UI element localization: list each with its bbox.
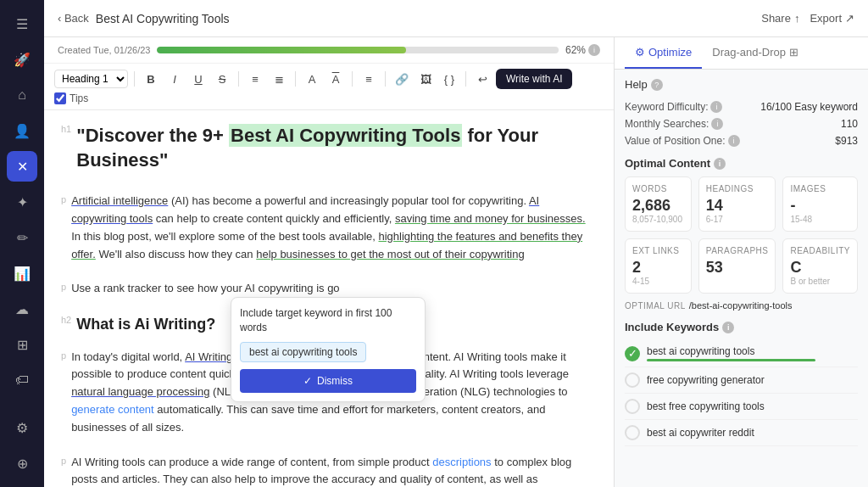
descriptions-link[interactable]: descriptions — [432, 456, 491, 468]
optimal-grid: WORDS 2,686 8,057-10,900 HEADINGS 14 6-1… — [625, 176, 858, 294]
export-icon: ↗ — [845, 12, 854, 25]
progress-info-icon[interactable]: i — [588, 44, 600, 56]
sidebar-icon-plus[interactable]: ⊕ — [7, 448, 37, 479]
keyword-text-2: best free copywriting tools — [647, 400, 765, 412]
sidebar-icon-settings[interactable]: ⚙ — [7, 412, 37, 443]
sidebar: ☰ 🚀 ⌂ 👤 ✕ ✦ ✏ 📊 ☁ ⊞ 🏷 ⚙ ⊕ — [0, 0, 44, 487]
topbar: ‹ Back Best AI Copywriting Tools Share ↑… — [44, 0, 868, 37]
keyword-item-0: ✓ best ai copywriting tools — [625, 340, 858, 367]
sidebar-icon-star[interactable]: ✦ — [7, 187, 37, 217]
saving-link: saving time and money for businesses. — [395, 212, 586, 225]
link-button[interactable]: 🔗 — [392, 69, 412, 89]
highlight-text: Best AI Copywriting Tools — [229, 124, 462, 147]
underline-button[interactable]: U — [188, 69, 209, 89]
divider-1 — [134, 71, 135, 87]
nlp-link: natural language processing — [71, 385, 209, 398]
keyword-difficulty-value: 16/100 Easy keyword — [760, 101, 858, 113]
keyword-check-2[interactable] — [625, 399, 640, 414]
toolbar: Heading 1 Heading 2 Paragraph B I U S ≡ … — [44, 64, 614, 110]
tips-label: Tips — [54, 92, 88, 104]
share-button[interactable]: Share ↑ — [761, 12, 799, 25]
monthly-searches-row: Monthly Searches: i 110 — [625, 118, 858, 130]
italic-button[interactable]: I — [164, 69, 185, 89]
sidebar-icon-pencil[interactable]: ✏ — [7, 222, 37, 253]
optimize-icon: ⚙ — [635, 46, 645, 59]
p1-tag: p — [61, 194, 66, 204]
back-button[interactable]: ‹ Back — [58, 12, 89, 25]
monthly-searches-value: 110 — [841, 118, 858, 130]
created-label: Created Tue, 01/26/23 — [58, 45, 150, 55]
editor-heading-1[interactable]: "Discover the 9+ Best AI Copywriting Too… — [76, 124, 597, 172]
keywords-title: Include Keywords i — [625, 321, 858, 333]
keyword-check-1[interactable] — [625, 372, 640, 388]
main-area: ‹ Back Best AI Copywriting Tools Share ↑… — [44, 0, 868, 487]
images-cell: IMAGES - 15-48 — [782, 176, 858, 232]
generate-link[interactable]: generate content — [71, 403, 154, 416]
editor-heading-2[interactable]: What is Ai Writing? — [76, 315, 215, 334]
export-label: Export — [810, 12, 842, 25]
unordered-list-button[interactable]: ≣ — [269, 69, 289, 89]
paragraphs-cell: PARAGRAPHS 53 — [698, 238, 776, 294]
progress-percent: 62% i — [565, 44, 600, 56]
strikethrough-button[interactable]: S — [212, 69, 232, 89]
progress-bar — [157, 47, 559, 53]
sidebar-icon-rocket[interactable]: 🚀 — [7, 44, 37, 75]
keyword-item-2: best free copywriting tools — [625, 394, 858, 420]
code-button[interactable]: { } — [439, 69, 459, 89]
tooltip-title: Include target keyword in first 100 word… — [240, 306, 416, 335]
tab-optimize[interactable]: ⚙ Optimize — [625, 37, 702, 69]
keyword-difficulty-label: Keyword Difficulty: i — [625, 101, 722, 113]
editor-content[interactable]: h1 "Discover the 9+ Best AI Copywriting … — [44, 110, 614, 487]
sidebar-icon-active[interactable]: ✕ — [7, 151, 37, 182]
sidebar-icon-chart[interactable]: 📊 — [7, 258, 37, 288]
optimize-label: Optimize — [648, 46, 692, 59]
help-label: Help — [625, 78, 648, 91]
sidebar-icon-home[interactable]: ⌂ — [7, 80, 37, 110]
help-info-icon[interactable]: ? — [651, 79, 663, 91]
keywords-info-icon[interactable]: i — [722, 322, 734, 333]
font-color-button[interactable]: A — [302, 69, 322, 89]
dismiss-button[interactable]: ✓ Dismiss — [240, 369, 416, 393]
ms-info-icon[interactable]: i — [711, 118, 723, 130]
keyword-check-0[interactable]: ✓ — [625, 346, 640, 361]
drag-drop-label: Drag-and-Drop — [712, 46, 786, 59]
keyword-item-1: free copywriting generator — [625, 367, 858, 394]
tips-checkbox[interactable] — [54, 92, 66, 104]
divider-4 — [352, 71, 353, 87]
undo-button[interactable]: ↩ — [472, 69, 492, 89]
sidebar-icon-menu[interactable]: ☰ — [7, 8, 37, 39]
p1-block: p Artificial intelligence (AI) has becom… — [61, 193, 597, 271]
keyword-check-3[interactable] — [625, 425, 640, 440]
content-area: Created Tue, 01/26/23 62% i Heading 1 He… — [44, 37, 868, 487]
keyword-item-3: best ai copywriter reddit — [625, 420, 858, 446]
help-row: Help ? — [625, 78, 858, 91]
dismiss-label: Dismiss — [317, 375, 353, 387]
heading-select[interactable]: Heading 1 Heading 2 Paragraph — [54, 70, 128, 88]
oc-info-icon[interactable]: i — [714, 158, 726, 170]
write-with-ai-button[interactable]: Write with AI — [496, 69, 572, 89]
ext-links-cell: EXT LINKS 2 4-15 — [625, 238, 692, 294]
keyword-text-3: best ai copywriter reddit — [647, 427, 754, 439]
editor-paragraph-1[interactable]: Artificial intelligence (AI) has become … — [71, 193, 597, 263]
readability-cell: READABILITY C B or better — [782, 238, 858, 294]
keyword-bar-0 — [647, 359, 815, 361]
highlight-button[interactable]: A — [326, 69, 346, 89]
vp-info-icon[interactable]: i — [728, 135, 740, 147]
tab-drag-drop[interactable]: Drag-and-Drop ⊞ — [702, 37, 809, 69]
bold-button[interactable]: B — [141, 69, 161, 89]
right-panel-content: Help ? Keyword Difficulty: i 16/100 Easy… — [615, 70, 868, 487]
sidebar-icon-cloud[interactable]: ☁ — [7, 294, 37, 324]
sidebar-icon-tag[interactable]: 🏷 — [7, 365, 37, 395]
export-button[interactable]: Export ↗ — [810, 12, 854, 25]
divider-2 — [238, 71, 239, 87]
ordered-list-button[interactable]: ≡ — [245, 69, 265, 89]
sidebar-icon-grid[interactable]: ⊞ — [7, 329, 37, 360]
sidebar-icon-user[interactable]: 👤 — [7, 115, 37, 146]
tooltip-popup: Include target keyword in first 100 word… — [231, 297, 426, 402]
editor-paragraph-4[interactable]: AI Writing tools can produce a wide rang… — [71, 454, 597, 487]
image-button[interactable]: 🖼 — [415, 69, 436, 89]
editor-paragraph-2[interactable]: Use a rank tracker to see how your AI co… — [71, 280, 339, 298]
right-tabs: ⚙ Optimize Drag-and-Drop ⊞ — [615, 37, 868, 70]
align-button[interactable]: ≡ — [359, 69, 379, 89]
kd-info-icon[interactable]: i — [710, 101, 722, 113]
